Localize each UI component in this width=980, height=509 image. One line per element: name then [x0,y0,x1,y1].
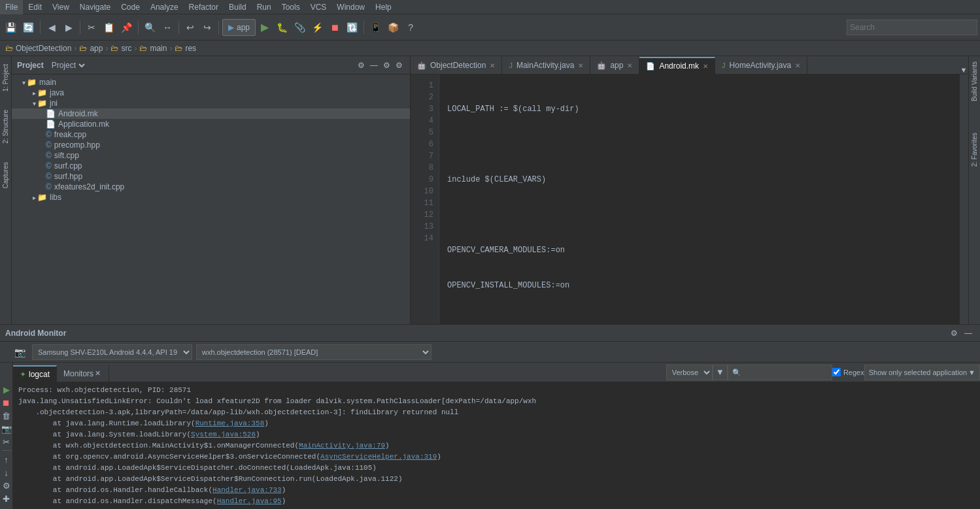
tree-freak-cpp[interactable]: © freak.cpp [12,129,410,140]
project-gear-btn[interactable]: ⚙ [394,60,405,71]
toolbar-copy-btn[interactable]: 📋 [101,18,117,37]
process-select[interactable]: wxh.objectdetection (28571) [DEAD] [196,344,431,360]
monitor-tab-monitors-close[interactable]: ✕ [93,369,102,378]
monitor-tab-monitors[interactable]: Monitors ✕ [57,365,109,382]
log-link-asyncservice[interactable]: AsyncServiceHelper.java:319 [320,453,437,461]
toolbar-replace-btn[interactable]: ↔ [160,18,175,37]
project-view-select[interactable]: Project [49,60,87,71]
menu-item-window[interactable]: Window [331,0,370,14]
tree-precomp-hpp[interactable]: © precomp.hpp [12,140,410,150]
menu-item-view[interactable]: View [47,0,75,14]
project-hide-btn[interactable]: ⚙ [356,60,367,71]
sidebar-item-build-variants[interactable]: Build Variants [970,59,979,104]
device-select[interactable]: Samsung SHV-E210L Android 4.4.4, API 19 [32,344,192,360]
toolbar-sync-btn[interactable]: 🔄 [20,18,37,37]
sidebar-item-favorites[interactable]: 2: Favorites [970,130,979,169]
tab-close-objectdetection[interactable]: ✕ [490,62,495,69]
editor-right-scroll[interactable] [959,74,968,324]
monitor-up-btn[interactable]: ↑ [1,453,12,465]
log-search-input[interactable] [728,365,832,380]
tab-app[interactable]: 🤖 app ✕ [590,57,639,74]
code-content[interactable]: LOCAL_PATH := $(call my-dir) include $(C… [439,74,959,324]
breadcrumb-res[interactable]: 🗁 res [175,44,196,53]
sync-project-btn[interactable]: 🔃 [344,18,360,37]
monitor-stop-btn[interactable]: ⏹ [1,397,12,408]
menu-item-build[interactable]: Build [224,0,252,14]
menu-item-tools[interactable]: Tools [277,0,305,14]
menu-item-help[interactable]: Help [370,0,397,14]
menu-item-file[interactable]: File [0,0,23,14]
stop-btn[interactable]: ⏹ [327,18,343,37]
run-config-btn[interactable]: ▶ app [222,19,256,36]
menu-item-code[interactable]: Code [116,0,145,14]
sidebar-item-structure[interactable]: 2: Structure [1,107,10,146]
tab-androidmk[interactable]: 📄 Android.mk ✕ [639,57,715,74]
menu-item-analyze[interactable]: Analyze [145,0,184,14]
sdk-btn[interactable]: 📦 [385,18,401,37]
toolbar-find-btn[interactable]: 🔍 [142,18,158,37]
tree-xfeatures2d-cpp[interactable]: © xfeatures2d_init.cpp [12,182,410,192]
menu-item-run[interactable]: Run [252,0,277,14]
menu-item-navigate[interactable]: Navigate [75,0,116,14]
log-link-mainactivity[interactable]: MainActivity.java:79 [299,442,385,450]
project-collapse-btn[interactable]: — [368,60,380,71]
tree-java-folder[interactable]: ▸ 📁 java [12,88,410,98]
menu-item-vcs[interactable]: VCS [305,0,332,14]
regex-checkbox-label[interactable]: Regex [832,368,864,376]
toolbar-undo-btn[interactable]: ↩ [182,18,198,37]
breadcrumb-main[interactable]: 🗁 main [139,44,167,53]
profile-btn[interactable]: ⚡ [309,18,326,37]
avd-btn[interactable]: 📱 [367,18,384,37]
breadcrumb-src[interactable]: 🗁 src [110,44,131,53]
menu-item-edit[interactable]: Edit [23,0,47,14]
monitor-minimize-btn[interactable]: — [962,328,975,338]
monitor-video-btn[interactable]: ✂ [1,436,12,448]
toolbar-paste-btn[interactable]: 📌 [118,18,135,37]
verbose-select[interactable]: Verbose Debug Info Warn Error [666,365,713,380]
breadcrumb-app[interactable]: 🗁 app [79,44,103,53]
show-only-app-btn[interactable]: Show only selected application ▼ [864,365,980,380]
sidebar-item-project[interactable]: 1: Project [1,61,10,94]
tab-homeactivity[interactable]: J HomeActivity.java ✕ [715,57,807,74]
monitor-screenshot-btn[interactable]: 📷 [1,423,12,435]
toolbar-cut-btn[interactable]: ✂ [84,18,99,37]
sidebar-item-captures[interactable]: Captures [1,159,10,191]
attach-btn[interactable]: 📎 [292,18,308,37]
menu-item-refactor[interactable]: Refactor [184,0,224,14]
tree-libs-folder[interactable]: ▸ 📁 libs [12,192,410,203]
tab-close-app[interactable]: ✕ [627,62,632,69]
tab-close-androidmk[interactable]: ✕ [703,63,708,70]
monitor-camera-btn[interactable]: 📷 [12,343,28,361]
project-settings-btn[interactable]: ⚙ [381,60,392,71]
log-link-handler2[interactable]: Handler.java:95 [217,497,282,505]
monitor-down-btn[interactable]: ↓ [1,467,12,478]
log-link-runtime[interactable]: Runtime.java:358 [195,419,265,427]
toolbar-back-btn[interactable]: ◀ [44,18,59,37]
tab-mainactivity[interactable]: J MainActivity.java ✕ [502,57,590,74]
tree-main-folder[interactable]: ▾ 📁 main [12,77,410,88]
monitor-clear-btn[interactable]: 🗑 [1,410,12,421]
monitor-log-content[interactable]: Process: wxh.objectdetection, PID: 28571… [13,382,980,509]
log-level-dropdown-btn[interactable]: ▼ [713,365,728,380]
tab-close-mainactivity[interactable]: ✕ [578,62,583,69]
log-link-system[interactable]: System.java:526 [191,431,256,438]
regex-checkbox[interactable] [832,368,841,376]
tree-surf-hpp[interactable]: © surf.hpp [12,171,410,182]
tree-jni-folder[interactable]: ▾ 📁 jni [12,98,410,108]
run-btn[interactable]: ▶ [257,18,273,37]
tab-close-homeactivity[interactable]: ✕ [795,62,800,69]
help-btn[interactable]: ? [403,18,418,37]
monitor-run-btn[interactable]: ▶ [1,384,12,395]
tree-android-mk[interactable]: 📄 Android.mk [12,108,410,119]
breadcrumb-root[interactable]: 🗁 ObjectDetection [5,44,71,53]
scroll-indicator[interactable]: ▼ [959,66,968,74]
monitor-add-btn[interactable]: ✚ [1,493,12,504]
tree-surf-cpp[interactable]: © surf.cpp [12,161,410,171]
monitor-tab-logcat[interactable]: ✦ logcat [13,365,57,382]
debug-btn[interactable]: 🐛 [274,18,290,37]
log-link-handler1[interactable]: Handler.java:733 [212,486,282,494]
toolbar-redo-btn[interactable]: ↪ [199,18,215,37]
toolbar-search-input[interactable] [847,20,977,35]
tree-sift-cpp[interactable]: © sift.cpp [12,150,410,161]
monitor-filter-btn[interactable]: ⚙ [1,480,12,491]
